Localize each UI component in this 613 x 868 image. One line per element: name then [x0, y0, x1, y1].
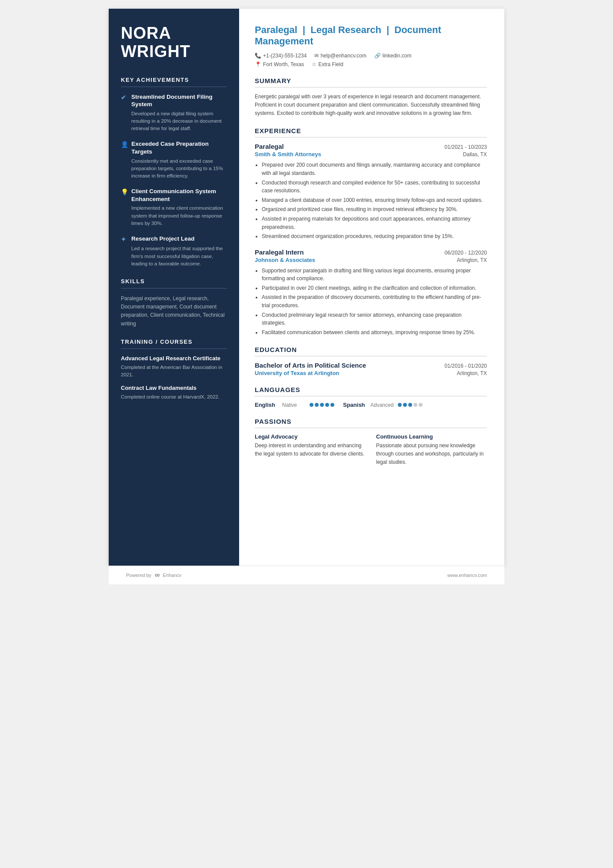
- job-date-2: 06/2020 - 12/2020: [445, 250, 487, 256]
- dot-filled: [310, 403, 313, 407]
- email-icon: ✉: [314, 53, 319, 59]
- achievement-title-text: Streamlined Document Filing System: [131, 93, 227, 108]
- achievements-section-title: KEY ACHIEVEMENTS: [121, 77, 227, 83]
- lang-name: English: [255, 402, 279, 408]
- passion-title: Legal Advocacy: [255, 433, 366, 440]
- dot-empty: [419, 403, 423, 407]
- education-divider: [255, 356, 487, 356]
- training-title-text: Contract Law Fundamentals: [121, 385, 227, 392]
- passions-divider: [255, 428, 487, 428]
- language-item-english: English Native: [255, 402, 334, 408]
- bullet: Supported senior paralegals in drafting …: [262, 267, 487, 283]
- job-title-1: Paralegal: [255, 143, 284, 150]
- passion-desc: Passionate about pursuing new knowledge …: [376, 442, 487, 466]
- bullet: Organized and prioritized case files, re…: [262, 205, 487, 214]
- job-company-2: Johnson & Associates: [255, 257, 315, 263]
- job-bullets-2: Supported senior paralegals in drafting …: [255, 267, 487, 337]
- job-location-1: Dallas, TX: [463, 151, 487, 158]
- job-date-1: 01/2021 - 10/2023: [445, 144, 487, 150]
- bullet: Assisted in the preparation of discovery…: [262, 293, 487, 309]
- achievement-desc: Consistently met and exceeded case prepa…: [121, 158, 227, 180]
- passion-title: Continuous Learning: [376, 433, 487, 440]
- location-icon: 📍: [255, 61, 261, 67]
- languages-divider: [255, 396, 487, 396]
- phone-contact: 📞 +1-(234)-555-1234: [255, 53, 306, 59]
- bullet: Streamlined document organization proced…: [262, 232, 487, 241]
- achievement-title-text: Client Communication System Enhancement: [131, 188, 227, 203]
- training-desc: Completed online course at HarvardX, 202…: [121, 393, 227, 401]
- summary-text: Energetic paralegal with over 3 years of…: [255, 93, 487, 118]
- training-desc: Completed at the American Bar Associatio…: [121, 364, 227, 379]
- star-icon: ✦: [121, 235, 128, 243]
- lang-dots-spanish: [398, 403, 423, 407]
- footer-website: www.enhancv.com: [447, 573, 487, 578]
- contact-row: 📞 +1-(234)-555-1234 ✉ help@enhancv.com 🔗…: [255, 53, 487, 59]
- brand-name: Enhancv: [163, 573, 182, 578]
- achievement-title-text: Exceeded Case Preparation Targets: [131, 140, 227, 155]
- achievement-desc: Developed a new digital filing system re…: [121, 110, 227, 133]
- achievement-item: ✔ Streamlined Document Filing System Dev…: [121, 93, 227, 133]
- passions-title: PASSIONS: [255, 418, 487, 425]
- languages-row: English Native Spanish Advanced: [255, 402, 487, 408]
- footer: Powered by ∞ Enhancv www.enhancv.com: [109, 566, 504, 584]
- training-item: Contract Law Fundamentals Completed onli…: [121, 385, 227, 401]
- training-section-title: TRAINING / COURSES: [121, 338, 227, 345]
- edu-header: Bachelor of Arts in Political Science 01…: [255, 362, 487, 369]
- bullet: Assisted in preparing materials for depo…: [262, 215, 487, 231]
- enhancv-logo-icon: ∞: [155, 571, 159, 579]
- location-contact: 📍 Fort Worth, Texas: [255, 61, 304, 67]
- job-title-2: Paralegal Intern: [255, 248, 304, 256]
- passion-item-2: Continuous Learning Passionate about pur…: [376, 433, 487, 466]
- dot-filled: [398, 403, 402, 407]
- lang-name: Spanish: [343, 402, 367, 408]
- lang-level: Advanced: [370, 402, 394, 408]
- training-divider: [121, 349, 227, 349]
- star-outline-icon: ☆: [312, 61, 316, 67]
- languages-title: LANGUAGES: [255, 386, 487, 393]
- bullet: Conducted preliminary legal research for…: [262, 311, 487, 327]
- achievements-divider: [121, 87, 227, 87]
- job-bullets-1: Prepared over 200 court documents and fi…: [255, 161, 487, 240]
- passion-desc: Deep interest in understanding and enhan…: [255, 442, 366, 458]
- bullet: Conducted thorough research and compiled…: [262, 179, 487, 195]
- experience-title: EXPERIENCE: [255, 127, 487, 134]
- main-content: Paralegal | Legal Research | Document Ma…: [239, 9, 504, 566]
- skills-section-title: SKILLS: [121, 278, 227, 285]
- linkedin-contact: 🔗 linkedin.com: [374, 53, 412, 59]
- passions-grid: Legal Advocacy Deep interest in understa…: [255, 433, 487, 466]
- achievement-item: 💡 Client Communication System Enhancemen…: [121, 188, 227, 227]
- training-title-text: Advanced Legal Research Certificate: [121, 355, 227, 362]
- edu-date: 01/2016 - 01/2020: [445, 363, 487, 369]
- passion-item-1: Legal Advocacy Deep interest in understa…: [255, 433, 366, 466]
- dot-filled: [325, 403, 329, 407]
- headline-separator: |: [386, 24, 392, 35]
- achievement-desc: Implemented a new client communication s…: [121, 204, 227, 227]
- achievement-desc: Led a research project that supported th…: [121, 245, 227, 268]
- edu-location: Arlington, TX: [457, 370, 487, 376]
- lang-dots-english: [310, 403, 334, 407]
- dot-filled: [320, 403, 324, 407]
- education-title: EDUCATION: [255, 346, 487, 353]
- sidebar: NORA WRIGHT KEY ACHIEVEMENTS ✔ Streamlin…: [109, 9, 239, 566]
- contact-row-2: 📍 Fort Worth, Texas ☆ Extra Field: [255, 61, 487, 67]
- job-location-2: Arlington, TX: [457, 257, 487, 263]
- skills-divider: [121, 288, 227, 288]
- job-header-2: Paralegal Intern 06/2020 - 12/2020: [255, 248, 487, 256]
- dot-filled: [330, 403, 334, 407]
- candidate-name: NORA WRIGHT: [121, 24, 227, 61]
- person-icon: 👤: [121, 141, 128, 148]
- job-company-1: Smith & Smith Attorneys: [255, 151, 321, 158]
- job-company-row-1: Smith & Smith Attorneys Dallas, TX: [255, 151, 487, 158]
- edu-school-row: University of Texas at Arlington Arlingt…: [255, 370, 487, 376]
- dot-filled: [408, 403, 412, 407]
- achievement-item: ✦ Research Project Lead Led a research p…: [121, 235, 227, 268]
- edu-degree: Bachelor of Arts in Political Science: [255, 362, 366, 369]
- dot-filled: [315, 403, 319, 407]
- edu-school: University of Texas at Arlington: [255, 370, 339, 376]
- job-header-1: Paralegal 01/2021 - 10/2023: [255, 143, 487, 150]
- experience-divider: [255, 137, 487, 137]
- extra-field: ☆ Extra Field: [312, 61, 343, 67]
- lightbulb-icon: 💡: [121, 188, 128, 196]
- training-item: Advanced Legal Research Certificate Comp…: [121, 355, 227, 379]
- phone-icon: 📞: [255, 53, 261, 59]
